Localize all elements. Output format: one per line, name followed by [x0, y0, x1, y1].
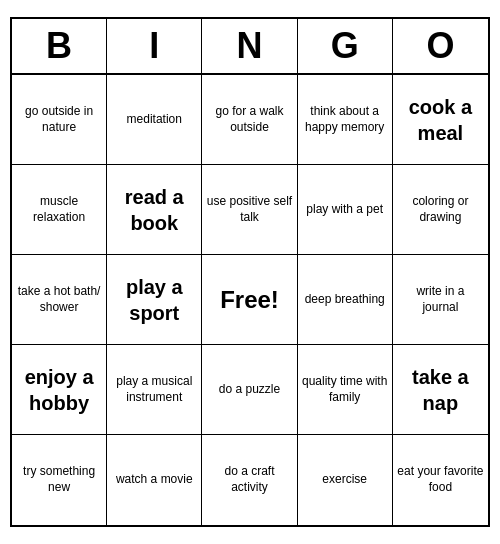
bingo-cell: play a musical instrument	[107, 345, 202, 435]
bingo-cell: meditation	[107, 75, 202, 165]
bingo-cell: cook a meal	[393, 75, 488, 165]
bingo-cell: go outside in nature	[12, 75, 107, 165]
bingo-cell: Free!	[202, 255, 297, 345]
cell-text: cook a meal	[397, 94, 484, 146]
cell-text: play with a pet	[306, 202, 383, 218]
bingo-cell: think about a happy memory	[298, 75, 393, 165]
cell-text: read a book	[111, 184, 197, 236]
bingo-cell: try something new	[12, 435, 107, 525]
cell-text: watch a movie	[116, 472, 193, 488]
bingo-cell: play with a pet	[298, 165, 393, 255]
cell-text: write in a journal	[397, 284, 484, 315]
header-letter: I	[107, 19, 202, 73]
cell-text: play a sport	[111, 274, 197, 326]
header-letter: B	[12, 19, 107, 73]
bingo-header: BINGO	[12, 19, 488, 75]
bingo-cell: go for a walk outside	[202, 75, 297, 165]
cell-text: take a nap	[397, 364, 484, 416]
bingo-cell: deep breathing	[298, 255, 393, 345]
cell-text: take a hot bath/ shower	[16, 284, 102, 315]
cell-text: do a puzzle	[219, 382, 280, 398]
bingo-cell: watch a movie	[107, 435, 202, 525]
cell-text: meditation	[127, 112, 182, 128]
bingo-cell: coloring or drawing	[393, 165, 488, 255]
header-letter: N	[202, 19, 297, 73]
bingo-cell: exercise	[298, 435, 393, 525]
cell-text: coloring or drawing	[397, 194, 484, 225]
bingo-cell: quality time with family	[298, 345, 393, 435]
bingo-cell: play a sport	[107, 255, 202, 345]
bingo-cell: muscle relaxation	[12, 165, 107, 255]
bingo-cell: take a hot bath/ shower	[12, 255, 107, 345]
bingo-cell: take a nap	[393, 345, 488, 435]
cell-text: try something new	[16, 464, 102, 495]
cell-text: play a musical instrument	[111, 374, 197, 405]
cell-text: do a craft activity	[206, 464, 292, 495]
bingo-cell: enjoy a hobby	[12, 345, 107, 435]
cell-text: use positive self talk	[206, 194, 292, 225]
cell-text: go outside in nature	[16, 104, 102, 135]
cell-text: Free!	[220, 284, 279, 315]
cell-text: enjoy a hobby	[16, 364, 102, 416]
bingo-cell: use positive self talk	[202, 165, 297, 255]
bingo-grid: go outside in naturemeditationgo for a w…	[12, 75, 488, 525]
header-letter: G	[298, 19, 393, 73]
bingo-cell: do a craft activity	[202, 435, 297, 525]
cell-text: muscle relaxation	[16, 194, 102, 225]
cell-text: deep breathing	[305, 292, 385, 308]
bingo-card: BINGO go outside in naturemeditationgo f…	[10, 17, 490, 527]
cell-text: exercise	[322, 472, 367, 488]
cell-text: go for a walk outside	[206, 104, 292, 135]
header-letter: O	[393, 19, 488, 73]
cell-text: quality time with family	[302, 374, 388, 405]
bingo-cell: read a book	[107, 165, 202, 255]
cell-text: think about a happy memory	[302, 104, 388, 135]
bingo-cell: eat your favorite food	[393, 435, 488, 525]
bingo-cell: do a puzzle	[202, 345, 297, 435]
bingo-cell: write in a journal	[393, 255, 488, 345]
cell-text: eat your favorite food	[397, 464, 484, 495]
